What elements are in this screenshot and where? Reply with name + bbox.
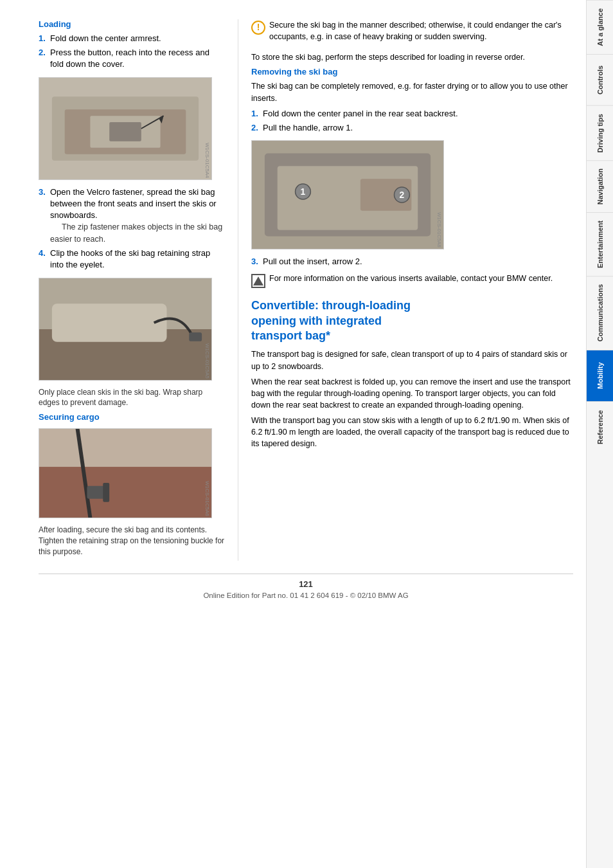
step3-container: 3. Open the Velcro fastener, spread the …	[39, 186, 225, 271]
securing-heading: Securing cargo	[39, 412, 225, 422]
step3-remove: 3. Pull out the insert, arrow 2.	[251, 256, 573, 267]
note-text: For more information on the various inse…	[269, 273, 553, 284]
note-box: For more information on the various inse…	[251, 273, 573, 288]
sidebar-tab-reference[interactable]: Reference	[587, 401, 613, 453]
page-number: 121	[39, 579, 573, 589]
svg-rect-9	[52, 303, 167, 342]
svg-text:1: 1	[300, 186, 305, 197]
svg-rect-12	[39, 467, 211, 518]
securing-note: After loading, secure the ski bag and it…	[39, 525, 225, 557]
sidebar-tab-entertainment[interactable]: Entertainment	[587, 212, 613, 276]
strap-image: W1CS-01C5A5	[39, 278, 212, 381]
store-text: To store the ski bag, perform the steps …	[251, 51, 573, 63]
removing-intro: The ski bag can be completely removed, e…	[251, 80, 573, 104]
svg-rect-10	[189, 332, 202, 341]
sidebar-tab-navigation[interactable]: Navigation	[587, 160, 613, 212]
sidebar-tab-driving-tips[interactable]: Driving tips	[587, 105, 613, 161]
warning-box: ! Secure the ski bag in the manner descr…	[251, 19, 573, 46]
column-divider	[238, 19, 238, 561]
car-back-image: 1 2 W1CS-01C5A8	[251, 140, 444, 249]
right-sidebar: At a glance Controls Driving tips Naviga…	[586, 0, 613, 868]
transport-intro-2: When the rear seat backrest is folded up…	[251, 376, 573, 411]
page-footer: 121 Online Edition for Part no. 01 41 2 …	[39, 574, 573, 599]
sidebar-tab-at-a-glance[interactable]: At a glance	[587, 0, 613, 54]
sidebar-tab-communications[interactable]: Communications	[587, 276, 613, 349]
warning-text: Secure the ski bag in the manner describ…	[269, 19, 573, 42]
big-section-heading: Convertible: through-loading opening wit…	[251, 298, 573, 343]
sidebar-tab-controls[interactable]: Controls	[587, 54, 613, 105]
armrest-image: W1CS-01C5A4	[39, 77, 212, 180]
svg-rect-4	[109, 122, 141, 141]
transport-intro-3: With the transport bag you can stow skis…	[251, 415, 573, 449]
transport-intro-1: The transport bag is designed for safe, …	[251, 348, 573, 372]
loading-heading: Loading	[39, 19, 225, 29]
warning-icon: !	[251, 21, 265, 35]
securing-image: W1CS-01C5A6	[39, 428, 212, 518]
sidebar-tab-mobility[interactable]: Mobility	[587, 350, 613, 401]
clean-skis-note: Only place clean skis in the ski bag. Wr…	[39, 387, 225, 409]
svg-rect-14	[103, 483, 109, 502]
removing-heading: Removing the ski bag	[251, 67, 573, 77]
loading-steps-1-2: 1. Fold down the center armrest. 2. Pres…	[39, 33, 225, 71]
note-triangle-icon	[251, 274, 265, 288]
removing-steps: 1. Fold down the center panel in the rea…	[251, 108, 573, 134]
footer-copyright: Online Edition for Part no. 01 41 2 604 …	[39, 592, 573, 599]
svg-text:2: 2	[399, 190, 404, 200]
